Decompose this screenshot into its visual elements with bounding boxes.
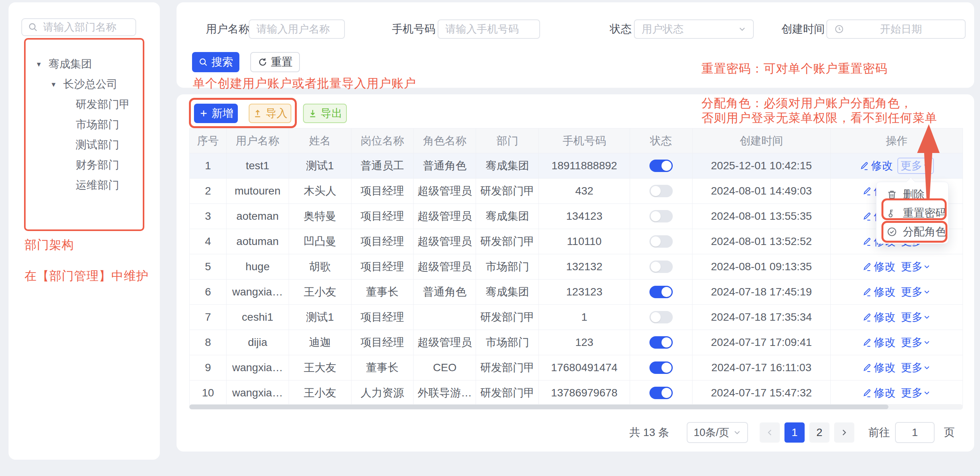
edit-pencil-icon: [862, 186, 872, 196]
edit-pencil-icon: [862, 337, 872, 347]
cell-status: [630, 330, 693, 355]
status-toggle[interactable]: [649, 185, 673, 197]
edit-link[interactable]: 修改: [862, 259, 895, 274]
dropdown-item-assign-role[interactable]: 分配角色: [876, 222, 948, 241]
cell-dept: 研发部门甲: [476, 355, 539, 380]
status-toggle[interactable]: [649, 361, 673, 374]
tree-node-6[interactable]: 运维部门: [9, 175, 157, 195]
status-toggle[interactable]: [649, 160, 673, 172]
cell-role: 超级管理员: [414, 330, 476, 355]
more-link[interactable]: 更多: [901, 360, 931, 375]
tree-node-label: 测试部门: [76, 137, 119, 152]
cell-name: 木头人: [289, 179, 351, 203]
cell-status: [630, 204, 693, 229]
cell-username: test1: [227, 153, 289, 178]
cell-no: 2: [190, 179, 227, 203]
tree-node-2[interactable]: 研发部门甲: [9, 94, 157, 115]
table-row: 4aotuman凹凸曼项目经理超级管理员研发部门甲1101102024-08-0…: [190, 229, 963, 254]
page-button-2[interactable]: 2: [809, 422, 829, 443]
edit-pencil-icon: [859, 161, 869, 171]
cell-name: 胡歌: [289, 254, 351, 279]
phone-input[interactable]: [438, 19, 540, 39]
tree-node-1[interactable]: ▾长沙总公司: [9, 74, 157, 94]
goto-page-input[interactable]: [895, 422, 935, 443]
status-select[interactable]: 用户状态: [634, 19, 754, 39]
cell-actions: 修改更多: [831, 330, 963, 355]
edit-link[interactable]: 修改: [862, 386, 895, 400]
created-date-picker[interactable]: 开始日期: [826, 19, 966, 39]
trash-icon: [887, 189, 897, 200]
tree-node-0[interactable]: ▾骞成集团: [9, 54, 157, 74]
next-page-button[interactable]: [834, 422, 854, 443]
dropdown-item-reset-password[interactable]: 重置密码: [876, 204, 948, 222]
clock-icon: [834, 24, 844, 34]
tree-node-4[interactable]: 测试部门: [9, 135, 157, 155]
page-button-1[interactable]: 1: [784, 422, 805, 443]
edit-link[interactable]: 修改: [859, 158, 893, 173]
export-button[interactable]: 导出: [303, 104, 347, 123]
more-link[interactable]: 更多: [897, 158, 934, 174]
upload-icon: [253, 108, 263, 118]
column-header-op: 操作: [831, 129, 963, 153]
chevron-down-icon: [923, 288, 931, 296]
cell-status: [630, 254, 693, 279]
chevron-right-icon: [839, 427, 849, 438]
reset-button[interactable]: 重置: [250, 52, 300, 72]
tree-node-label: 市场部门: [76, 117, 119, 132]
status-toggle[interactable]: [649, 286, 673, 298]
status-toggle[interactable]: [649, 210, 673, 222]
cell-created: 2024-07-17 17:09:41: [693, 330, 831, 355]
cell-phone: 132132: [539, 254, 630, 279]
edit-link[interactable]: 修改: [862, 335, 895, 350]
cell-actions: 修改更多: [831, 153, 963, 178]
cell-no: 6: [190, 280, 227, 304]
edit-link[interactable]: 修改: [862, 360, 895, 375]
tree-node-3[interactable]: 市场部门: [9, 115, 157, 135]
column-header-name: 姓名: [289, 129, 351, 153]
dropdown-item-delete[interactable]: 删除: [876, 185, 948, 204]
cell-name: 王小友: [289, 380, 351, 405]
more-link[interactable]: 更多: [901, 310, 931, 325]
edit-link[interactable]: 修改: [862, 285, 895, 299]
status-toggle[interactable]: [649, 235, 673, 248]
cell-role: [414, 305, 476, 330]
cell-actions: 修改更多: [831, 254, 963, 279]
prev-page-button[interactable]: [760, 422, 780, 443]
page-size-select[interactable]: 10条/页: [687, 422, 748, 443]
user-management-page: ▾骞成集团▾长沙总公司研发部门甲市场部门测试部门财务部门运维部门 部门架构 在【…: [0, 0, 980, 476]
add-user-button[interactable]: 新增: [194, 104, 238, 123]
cell-name: 凹凸曼: [289, 229, 351, 254]
user-name-input[interactable]: [249, 19, 345, 39]
cell-created: 2024-08-01 09:13:35: [693, 254, 831, 279]
status-toggle[interactable]: [649, 261, 673, 273]
chevron-down-icon: [923, 262, 931, 271]
caret-down-icon[interactable]: ▾: [52, 80, 63, 89]
tree-node-5[interactable]: 财务部门: [9, 155, 157, 175]
edit-link[interactable]: 修改: [862, 310, 895, 325]
cell-username: wangxia…: [227, 280, 289, 304]
horizontal-scrollbar-thumb[interactable]: [189, 405, 888, 409]
status-toggle[interactable]: [649, 311, 673, 323]
search-button[interactable]: 搜索: [192, 52, 239, 72]
chevron-down-icon: [923, 313, 931, 321]
cell-no: 8: [190, 330, 227, 355]
cell-role: 超级管理员: [414, 179, 476, 203]
cell-name: 测试1: [289, 153, 351, 178]
more-link[interactable]: 更多: [901, 259, 931, 274]
caret-down-icon[interactable]: ▾: [37, 59, 48, 69]
import-button[interactable]: 导入: [249, 104, 291, 123]
more-link[interactable]: 更多: [901, 285, 931, 299]
status-toggle[interactable]: [649, 336, 673, 349]
department-search-box[interactable]: [21, 18, 136, 36]
cell-post: 项目经理: [351, 204, 414, 229]
cell-dept: 研发部门甲: [476, 380, 539, 405]
department-search-input[interactable]: [43, 21, 130, 33]
column-header-created: 创建时间: [693, 129, 831, 153]
column-header-username: 用户名称: [227, 129, 289, 153]
table-row: 5huge胡歌项目经理超级管理员市场部门1321322024-08-01 09:…: [190, 254, 963, 279]
status-toggle[interactable]: [649, 387, 673, 399]
more-link[interactable]: 更多: [901, 335, 931, 350]
more-link[interactable]: 更多: [901, 386, 931, 400]
cell-status: [630, 153, 693, 178]
cell-no: 3: [190, 204, 227, 229]
